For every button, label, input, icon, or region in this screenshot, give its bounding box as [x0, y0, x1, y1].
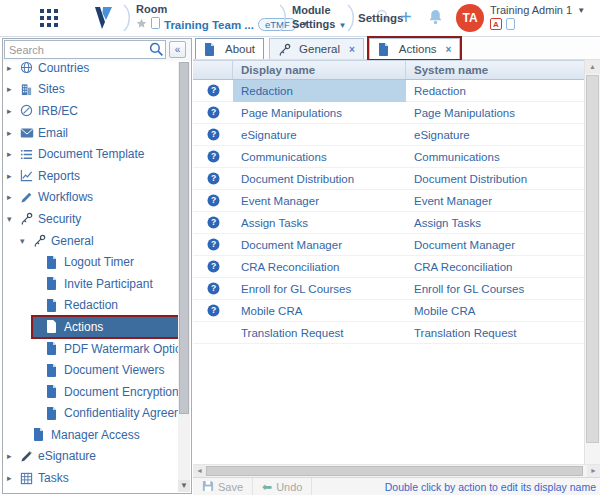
room-name[interactable]: Training Team ...	[164, 19, 254, 31]
sidebar-item-document-encryption-options[interactable]: Document Encryption Options	[3, 381, 178, 403]
chevron-right-icon[interactable]: ▸	[7, 149, 20, 159]
table-row[interactable]: ?Document DistributionDocument Distribut…	[193, 168, 584, 190]
chevron-down-icon[interactable]: ▾	[20, 236, 33, 246]
table-row[interactable]: ?CRA ReconciliationCRA Reconciliation	[193, 256, 584, 278]
info-icon[interactable]: ?	[193, 106, 233, 119]
info-icon[interactable]: ?	[193, 260, 233, 273]
scrollbar-right-arrow[interactable]: ►	[587, 465, 600, 477]
scrollbar-thumb[interactable]	[206, 466, 583, 476]
chevron-right-icon[interactable]: ▸	[7, 192, 20, 202]
tab-actions[interactable]: Actions×	[369, 38, 461, 59]
table-row[interactable]: ?CommunicationsCommunications	[193, 146, 584, 168]
sidebar-item-email[interactable]: ▸Email	[3, 122, 178, 144]
sidebar-item-document-viewers[interactable]: Document Viewers	[3, 359, 178, 381]
table-row[interactable]: Translation RequestTranslation Request	[193, 322, 584, 344]
display-name-cell[interactable]: Event Manager	[233, 190, 406, 212]
tab-about[interactable]: About	[195, 38, 264, 59]
sidebar-item-document-template[interactable]: ▸Document Template	[3, 143, 178, 165]
info-icon[interactable]: ?	[193, 128, 233, 141]
display-name-cell[interactable]: Document Manager	[233, 234, 406, 256]
app-logo-icon[interactable]	[90, 4, 116, 35]
sidebar-item-irb-ec[interactable]: ▸IRB/EC	[3, 100, 178, 122]
table-row[interactable]: ?Page ManipulationsPage Manipulations	[193, 102, 584, 124]
favorite-star-icon[interactable]	[136, 18, 147, 32]
sidebar-item-pdf-watermark-options[interactable]: PDF Watermark Options	[3, 338, 178, 360]
scrollbar-down-arrow[interactable]: ▼	[178, 480, 190, 492]
display-name-cell[interactable]: Document Distribution	[233, 168, 406, 190]
display-name-cell[interactable]: eSignature	[233, 124, 406, 146]
info-icon[interactable]: ?	[193, 194, 233, 207]
table-row[interactable]: ?Enroll for GL CoursesEnroll for GL Cour…	[193, 278, 584, 300]
app-grid-icon[interactable]	[40, 9, 58, 30]
vertical-scrollbar[interactable]: ▲	[584, 60, 600, 464]
table-row[interactable]: ?Mobile CRAMobile CRA	[193, 300, 584, 322]
info-icon[interactable]: ?	[193, 304, 233, 317]
scrollbar-up-arrow[interactable]: ▲	[585, 60, 600, 74]
display-name-cell[interactable]: Assign Tasks	[233, 212, 406, 234]
info-icon[interactable]: ?	[193, 172, 233, 185]
table-row[interactable]: ?Document ManagerDocument Manager	[193, 234, 584, 256]
sidebar-item-sites[interactable]: ▸Sites	[3, 79, 178, 101]
sidebar-item-esignature[interactable]: ▸eSignature	[3, 446, 178, 468]
admin-role-badge: A	[490, 18, 502, 30]
display-name-cell[interactable]: Communications	[233, 146, 406, 168]
undo-button[interactable]: ⬅ Undo	[253, 478, 312, 495]
chevron-right-icon[interactable]: ▸	[7, 84, 20, 94]
sidebar-item-security[interactable]: ▾Security	[3, 208, 178, 230]
sidebar-item-invite-participant[interactable]: Invite Participant	[3, 273, 178, 295]
display-name-cell[interactable]: CRA Reconciliation	[233, 256, 406, 278]
chevron-right-icon[interactable]: ▸	[7, 106, 20, 116]
chevron-down-icon[interactable]: ▾	[7, 214, 20, 224]
display-name-cell[interactable]: Redaction	[233, 80, 406, 102]
notifications-bell-icon[interactable]	[428, 9, 443, 28]
sidebar-item-tasks[interactable]: ▸Tasks	[3, 467, 178, 489]
scrollbar-left-arrow[interactable]: ◄	[193, 465, 206, 477]
horizontal-scrollbar[interactable]: ◄ ►	[193, 464, 600, 477]
display-name-cell[interactable]: Mobile CRA	[233, 300, 406, 322]
info-icon[interactable]: ?	[193, 238, 233, 251]
table-row[interactable]: ?eSignatureeSignature	[193, 124, 584, 146]
chevron-right-icon[interactable]: ▸	[7, 128, 20, 138]
chevron-right-icon[interactable]: ▸	[7, 171, 20, 181]
user-menu[interactable]: Training Admin 1▼ A	[490, 4, 585, 30]
tab-general[interactable]: General×	[269, 38, 364, 59]
module-settings-menu[interactable]: Module Settings ▼	[292, 3, 346, 33]
table-row[interactable]: ?Event ManagerEvent Manager	[193, 190, 584, 212]
info-icon[interactable]: ?	[193, 150, 233, 163]
display-name-cell[interactable]: Enroll for GL Courses	[233, 278, 406, 300]
sidebar-scrollbar[interactable]: ▼	[178, 62, 190, 492]
search-icon[interactable]	[149, 42, 165, 58]
add-icon[interactable]: +	[400, 5, 412, 29]
sidebar-item-actions[interactable]: Actions	[3, 316, 178, 338]
info-icon[interactable]: ?	[193, 84, 233, 97]
sidebar-item-workflows[interactable]: ▸Workflows	[3, 187, 178, 209]
sidebar-item-confidentiality-agreement[interactable]: Confidentiality Agreement	[3, 403, 178, 425]
scrollbar-thumb[interactable]	[179, 62, 189, 414]
svg-text:?: ?	[210, 283, 215, 293]
table-row[interactable]: ?RedactionRedaction	[193, 80, 584, 102]
info-icon[interactable]: ?	[193, 282, 233, 295]
system-name-column-header[interactable]: System name	[406, 64, 584, 76]
sidebar-collapse-button[interactable]: «	[169, 41, 186, 58]
sidebar-item-redaction[interactable]: Redaction	[3, 295, 178, 317]
sidebar-item-reports[interactable]: ▸Reports	[3, 165, 178, 187]
table-row[interactable]: ?Assign TasksAssign Tasks	[193, 212, 584, 234]
sidebar-item-manager-access[interactable]: Manager Access	[3, 424, 178, 446]
display-name-cell[interactable]: Page Manipulations	[233, 102, 406, 124]
sidebar-item-countries[interactable]: ▸Countries	[3, 57, 178, 79]
close-icon[interactable]: ×	[446, 44, 452, 55]
info-icon[interactable]: ?	[193, 216, 233, 229]
avatar[interactable]: TA	[456, 4, 484, 32]
display-name-column-header[interactable]: Display name	[233, 61, 406, 79]
sidebar-item-general[interactable]: ▾General	[3, 230, 178, 252]
scrollbar-thumb[interactable]	[586, 75, 599, 443]
chevron-right-icon[interactable]: ▸	[7, 451, 20, 461]
chevron-right-icon[interactable]: ▸	[7, 473, 20, 483]
close-icon[interactable]: ×	[349, 44, 355, 55]
system-name-cell: Assign Tasks	[406, 217, 584, 229]
sidebar-item-label: eSignature	[36, 449, 96, 463]
chevron-right-icon[interactable]: ▸	[7, 63, 20, 73]
save-button[interactable]: Save	[193, 478, 253, 495]
sidebar-item-logout-timer[interactable]: Logout Timer	[3, 251, 178, 273]
display-name-cell[interactable]: Translation Request	[233, 322, 406, 344]
